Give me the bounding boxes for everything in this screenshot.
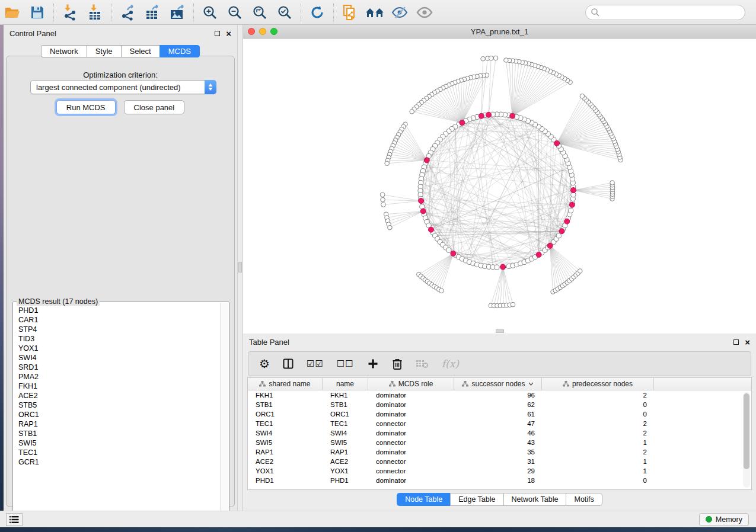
table-cell[interactable]: FKH1	[323, 392, 368, 399]
tab-mcds[interactable]: MCDS	[160, 45, 200, 57]
zoom-out-button[interactable]	[222, 2, 247, 23]
table-cell[interactable]: 43	[454, 439, 542, 446]
table-cell[interactable]: 61	[454, 411, 542, 418]
table-scrollbar[interactable]	[743, 392, 750, 488]
list-item[interactable]: SWI4	[14, 353, 219, 363]
save-session-button[interactable]	[25, 2, 50, 23]
table-cell[interactable]: 1	[542, 458, 654, 465]
list-item[interactable]: CAR1	[14, 315, 219, 325]
tab-node-table[interactable]: Node Table	[397, 493, 450, 506]
table-cell[interactable]: 2	[542, 430, 654, 437]
list-item[interactable]: PMA2	[14, 372, 219, 382]
table-cell[interactable]: 18	[454, 477, 542, 484]
table-cell[interactable]: 2	[542, 448, 654, 456]
table-cell[interactable]: ACE2	[248, 458, 323, 465]
export-table-button[interactable]	[140, 2, 165, 23]
list-item[interactable]: ORC1	[14, 410, 219, 419]
table-cell[interactable]: FKH1	[248, 392, 323, 399]
list-item[interactable]: STP4	[14, 325, 219, 334]
export-image-button[interactable]	[165, 2, 190, 23]
table-cell[interactable]: 0	[542, 477, 654, 484]
tab-motifs[interactable]: Motifs	[566, 493, 602, 506]
close-panel-icon[interactable]: ×	[226, 31, 231, 36]
list-item[interactable]: STB1	[14, 429, 219, 438]
table-cell[interactable]: TEC1	[248, 420, 323, 427]
add-column-button[interactable]	[367, 358, 379, 370]
table-cell[interactable]: dominator	[368, 477, 454, 484]
table-row[interactable]: RAP1RAP1dominator352	[248, 447, 751, 457]
table-settings-button[interactable]: ⚙	[259, 358, 270, 370]
list-item[interactable]: STB5	[14, 400, 219, 410]
tab-network[interactable]: Network	[41, 45, 87, 57]
column-header-name[interactable]: name	[323, 378, 368, 390]
list-item[interactable]: ACE2	[14, 391, 219, 400]
select-all-button[interactable]: ☑☑	[307, 358, 324, 369]
list-item[interactable]: SRD1	[14, 363, 219, 372]
table-cell[interactable]: SWI5	[248, 439, 323, 446]
table-cell[interactable]: connector	[368, 467, 454, 475]
table-cell[interactable]: dominator	[368, 392, 454, 399]
list-item[interactable]: RAP1	[14, 419, 219, 429]
tab-edge-table[interactable]: Edge Table	[450, 493, 503, 506]
table-row[interactable]: ACE2ACE2connector311	[248, 457, 751, 466]
column-header-successor-nodes[interactable]: successor nodes	[454, 378, 542, 390]
float-panel-icon[interactable]	[733, 339, 739, 345]
hide-selected-button[interactable]	[387, 2, 412, 23]
show-all-button[interactable]	[412, 2, 437, 23]
table-cell[interactable]: RAP1	[248, 448, 323, 456]
table-cell[interactable]: 2	[542, 392, 654, 399]
result-list-scrollbar[interactable]	[220, 303, 228, 520]
list-item[interactable]: PHD1	[14, 306, 219, 315]
zoom-in-button[interactable]	[197, 2, 222, 23]
table-cell[interactable]: 46	[454, 430, 542, 437]
table-cell[interactable]: 96	[454, 392, 542, 399]
list-item[interactable]: SWI5	[14, 438, 219, 448]
table-row[interactable]: SWI4SWI4dominator462	[248, 428, 751, 438]
list-item[interactable]: YOX1	[14, 344, 219, 353]
table-cell[interactable]: 0	[542, 411, 654, 418]
table-row[interactable]: PHD1PHD1dominator180	[248, 476, 751, 485]
tab-network-table[interactable]: Network Table	[503, 493, 566, 506]
column-header-predecessor-nodes[interactable]: predecessor nodes	[542, 378, 654, 390]
table-cell[interactable]: 47	[454, 420, 542, 427]
table-cell[interactable]: connector	[368, 458, 454, 465]
splitter-handle[interactable]	[238, 262, 242, 273]
table-cell[interactable]: ORC1	[248, 411, 323, 418]
horizontal-splitter-handle[interactable]	[496, 329, 504, 333]
table-cell[interactable]: SWI4	[323, 430, 368, 437]
table-scrollbar-thumb[interactable]	[744, 393, 749, 469]
import-table-button[interactable]	[82, 2, 107, 23]
table-cell[interactable]: 1	[542, 439, 654, 446]
table-cell[interactable]: PHD1	[248, 477, 323, 484]
table-cell[interactable]: 1	[542, 467, 654, 475]
search-input[interactable]	[600, 8, 745, 17]
table-cell[interactable]: 0	[542, 401, 654, 408]
table-cell[interactable]: 31	[454, 458, 542, 465]
table-cell[interactable]: YOX1	[323, 467, 368, 475]
table-row[interactable]: YOX1YOX1connector291	[248, 466, 751, 476]
memory-button[interactable]: Memory	[699, 513, 749, 526]
table-cell[interactable]: TEC1	[323, 420, 368, 427]
list-item[interactable]: TID3	[14, 334, 219, 344]
table-row[interactable]: ORC1ORC1dominator610	[248, 409, 751, 419]
table-cell[interactable]: YOX1	[248, 467, 323, 475]
network-window-titlebar[interactable]: YPA_prune.txt_1	[243, 25, 756, 39]
delete-column-button[interactable]	[392, 358, 403, 370]
table-cell[interactable]: dominator	[368, 430, 454, 437]
search-box[interactable]	[585, 5, 745, 20]
table-cell[interactable]: 35	[454, 448, 542, 456]
optimization-criterion-select[interactable]: largest connected component (undirected)	[30, 80, 216, 94]
table-cell[interactable]: dominator	[368, 448, 454, 456]
task-history-button[interactable]	[6, 513, 23, 526]
close-panel-icon[interactable]: ×	[745, 339, 750, 345]
network-graph[interactable]	[243, 39, 756, 334]
zoom-fit-button[interactable]	[247, 2, 272, 23]
table-cell[interactable]: RAP1	[323, 448, 368, 456]
open-file-button[interactable]	[0, 2, 25, 23]
clone-network-button[interactable]	[337, 2, 362, 23]
table-cell[interactable]: PHD1	[323, 477, 368, 484]
run-mcds-button[interactable]: Run MCDS	[56, 100, 116, 114]
import-network-button[interactable]	[58, 2, 82, 23]
table-cell[interactable]: 29	[454, 467, 542, 475]
export-network-button[interactable]	[115, 2, 140, 23]
